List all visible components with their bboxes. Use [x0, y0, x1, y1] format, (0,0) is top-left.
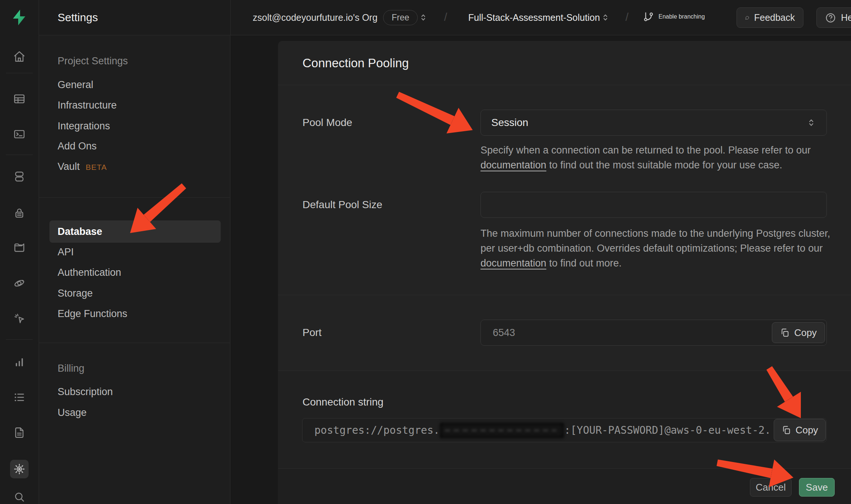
plan-badge: Free	[383, 10, 418, 25]
vault-label: Vault	[58, 161, 80, 172]
connection-copy-label: Copy	[796, 424, 818, 436]
default-pool-size-description: The maximum number of connections made t…	[480, 226, 833, 271]
icon-rail	[0, 0, 39, 504]
connection-string-label: Connection string	[302, 396, 384, 408]
api-docs-icon[interactable]	[10, 423, 29, 442]
database-label: Database	[58, 226, 102, 238]
sidebar-item-add-ons[interactable]: Add Ons	[58, 140, 97, 152]
chat-bubble-icon	[745, 12, 749, 23]
table-editor-icon[interactable]	[10, 90, 29, 108]
port-copy-button[interactable]: Copy	[772, 322, 825, 343]
settings-icon[interactable]	[10, 460, 29, 478]
divider	[278, 85, 851, 85]
logs-icon[interactable]	[10, 388, 29, 407]
sidebar-item-vault[interactable]: VaultBETA	[58, 160, 107, 174]
pool-mode-label: Pool Mode	[302, 116, 352, 129]
edge-functions-icon[interactable]	[10, 274, 29, 293]
supabase-settings-page: Settings zsolt@codeyourfuture.io's Org F…	[0, 0, 851, 504]
search-icon[interactable]	[10, 488, 29, 504]
database-icon[interactable]	[10, 167, 29, 186]
git-branch-icon	[643, 11, 654, 22]
sidebar-item-usage[interactable]: Usage	[58, 406, 87, 419]
sql-editor-icon[interactable]	[10, 125, 29, 143]
cancel-button[interactable]: Cancel	[750, 478, 792, 497]
sidebar-item-database[interactable]: Database	[49, 220, 221, 243]
feedback-button[interactable]: Feedback	[737, 7, 803, 28]
default-pool-size-label: Default Pool Size	[302, 198, 382, 211]
feedback-label: Feedback	[754, 12, 795, 23]
pool-mode-select[interactable]: Session	[480, 110, 827, 136]
copy-icon	[782, 425, 791, 435]
port-label: Port	[302, 326, 321, 339]
sidebar-item-storage[interactable]: Storage	[58, 287, 93, 300]
help-button[interactable]: Help	[816, 7, 851, 28]
divider	[278, 295, 851, 295]
panel-title: Connection Pooling	[302, 56, 409, 71]
enable-branching-button[interactable]: Enable branching	[643, 11, 705, 22]
storage-icon[interactable]	[10, 239, 29, 257]
help-icon	[825, 12, 836, 23]
enable-branching-label: Enable branching	[659, 13, 705, 20]
port-value: 6543	[493, 327, 515, 339]
description-text: to find out more.	[546, 258, 622, 269]
documentation-link[interactable]: documentation	[480, 159, 546, 171]
top-bar: Settings zsolt@codeyourfuture.io's Org F…	[39, 0, 851, 35]
redacted-project-ref	[440, 423, 564, 438]
connection-string-field[interactable]: postgres://postgres. :[YOUR-PASSWORD]@aw…	[302, 418, 826, 442]
org-breadcrumb[interactable]: zsolt@codeyourfuture.io's Org	[253, 11, 378, 24]
project-chevron-updown-icon[interactable]	[601, 13, 610, 23]
connection-string-copy-button[interactable]: Copy	[774, 419, 826, 441]
sidebar-item-infrastructure[interactable]: Infrastructure	[58, 99, 117, 112]
help-label: Help	[841, 12, 851, 23]
rail-divider	[6, 73, 33, 73]
rail-divider	[6, 339, 33, 340]
documentation-link[interactable]: documentation	[480, 258, 546, 269]
authentication-icon[interactable]	[10, 204, 29, 222]
nav-section-header: Billing	[58, 362, 84, 375]
description-text: Specify when a connection can be returne…	[480, 145, 811, 156]
connection-pooling-panel: Connection Pooling Pool Mode Session Spe…	[278, 41, 851, 504]
rail-divider	[6, 155, 33, 155]
page-title: Settings	[58, 10, 98, 25]
default-pool-size-input[interactable]	[480, 192, 827, 218]
pool-mode-value: Session	[491, 117, 528, 129]
sidebar-item-subscription[interactable]: Subscription	[58, 385, 113, 398]
panel-footer: Cancel Save	[278, 468, 851, 504]
nav-divider	[39, 197, 230, 198]
realtime-icon[interactable]	[10, 309, 29, 328]
description-text: to find out the most suitable mode for y…	[546, 159, 782, 171]
breadcrumb-separator: /	[625, 11, 628, 23]
sidebar-item-authentication[interactable]: Authentication	[58, 266, 121, 279]
org-chevron-updown-icon[interactable]	[419, 13, 428, 23]
nav-section-header: Project Settings	[58, 55, 128, 67]
breadcrumb-separator: /	[444, 11, 447, 23]
reports-icon[interactable]	[10, 353, 29, 371]
sidebar-item-general[interactable]: General	[58, 78, 93, 91]
project-breadcrumb[interactable]: Full-Stack-Assessment-Solution	[468, 11, 600, 24]
supabase-logo-icon[interactable]	[10, 8, 28, 27]
sidebar-item-api[interactable]: API	[58, 246, 74, 258]
home-icon[interactable]	[10, 47, 29, 66]
chevron-updown-icon	[806, 118, 816, 127]
sidebar-item-edge-functions[interactable]: Edge Functions	[58, 307, 127, 320]
description-text: The maximum number of connections made t…	[480, 228, 830, 254]
connection-string-prefix: postgres://postgres.	[314, 424, 440, 436]
divider	[230, 0, 231, 35]
settings-sidebar: Project Settings General Infrastructure …	[39, 35, 230, 504]
connection-string-suffix: :[YOUR-PASSWORD]@aws-0-eu-west-2.	[564, 424, 771, 436]
save-button[interactable]: Save	[799, 478, 835, 497]
sidebar-item-integrations[interactable]: Integrations	[58, 120, 110, 132]
copy-icon	[780, 328, 790, 337]
pool-mode-description: Specify when a connection can be returne…	[480, 143, 833, 172]
port-copy-label: Copy	[794, 327, 817, 339]
beta-badge: BETA	[86, 163, 107, 171]
nav-divider	[39, 343, 230, 343]
